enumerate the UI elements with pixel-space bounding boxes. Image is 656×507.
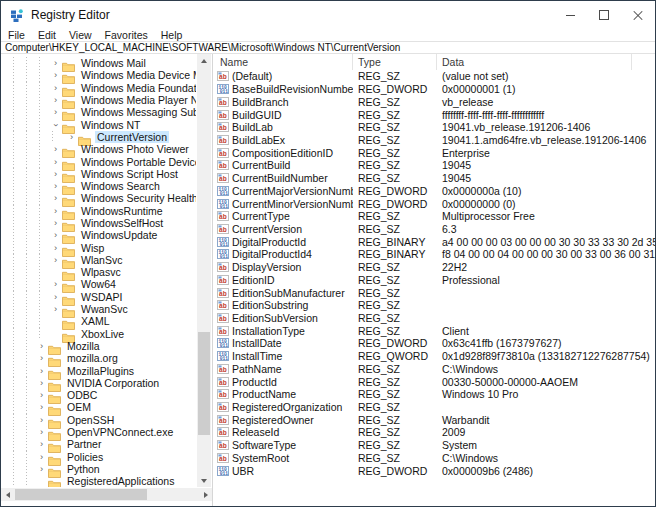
maximize-button[interactable] — [587, 1, 621, 29]
value-row-compositioneditionid[interactable]: abCompositionEditionIDREG_SZEnterprise — [213, 146, 655, 159]
tree-item-openssh[interactable]: ›OpenSSH — [1, 414, 196, 426]
chevron-right-icon[interactable]: › — [49, 279, 62, 289]
chevron-right-icon[interactable]: › — [35, 415, 48, 425]
value-row-currentmajorversionnumber[interactable]: 110011CurrentMajorVersionNumberREG_DWORD… — [213, 184, 655, 197]
chevron-right-icon[interactable]: › — [49, 218, 62, 228]
chevron-right-icon[interactable]: › — [35, 439, 48, 449]
tree-item-windows-media-player-nss[interactable]: ›Windows Media Player NSS — [1, 94, 196, 106]
tree-item-odbc[interactable]: ›ODBC — [1, 389, 196, 401]
chevron-right-icon[interactable]: › — [35, 353, 48, 363]
chevron-right-icon[interactable]: › — [49, 304, 62, 314]
value-row-productid[interactable]: abProductIdREG_SZ00330-50000-00000-AAOEM — [213, 375, 655, 388]
column-header-type[interactable]: Type — [353, 54, 437, 70]
tree-item-policies[interactable]: ›Policies — [1, 451, 196, 463]
vertical-scroll-thumb[interactable] — [198, 332, 210, 435]
tree-item-nvidia-corporation[interactable]: ›NVIDIA Corporation — [1, 377, 196, 389]
address-input[interactable] — [1, 42, 655, 53]
value-row-editionsubversion[interactable]: abEditionSubVersionREG_SZ — [213, 312, 655, 325]
chevron-right-icon[interactable]: › — [49, 255, 62, 265]
value-row-ubr[interactable]: 110011UBRREG_DWORD0x000009b6 (2486) — [213, 464, 655, 477]
scroll-left-button[interactable] — [1, 488, 14, 501]
value-row-currentbuildnumber[interactable]: abCurrentBuildNumberREG_SZ19045 — [213, 172, 655, 185]
value-row-currenttype[interactable]: abCurrentTypeREG_SZMultiprocessor Free — [213, 210, 655, 223]
chevron-right-icon[interactable]: › — [35, 378, 48, 388]
tree-item-windows-nt[interactable]: ›Windows NT — [1, 118, 196, 130]
value-row-displayversion[interactable]: abDisplayVersionREG_SZ22H2 — [213, 261, 655, 274]
tree-item-windows-mail[interactable]: ›Windows Mail — [1, 57, 196, 69]
value-row-registeredorganization[interactable]: abRegisteredOrganizationREG_SZ — [213, 401, 655, 414]
chevron-right-icon[interactable]: › — [35, 452, 48, 462]
tree-item-windows-media-foundation[interactable]: ›Windows Media Foundation — [1, 82, 196, 94]
chevron-right-icon[interactable]: › — [49, 70, 62, 80]
chevron-down-icon[interactable]: › — [51, 118, 61, 131]
chevron-right-icon[interactable]: › — [49, 169, 62, 179]
tree-item-mozilla-org[interactable]: ›mozilla.org — [1, 352, 196, 364]
tree-item-wow64[interactable]: ›Wow64 — [1, 278, 196, 290]
value-row-editionsubmanufacturer[interactable]: abEditionSubManufacturerREG_SZ — [213, 286, 655, 299]
tree-item-windows-script-host[interactable]: ›Windows Script Host — [1, 168, 196, 180]
tree-item-wlansvc[interactable]: ›WlanSvc — [1, 254, 196, 266]
tree-item-partner[interactable]: ›Partner — [1, 438, 196, 450]
tree-item-wisp[interactable]: ›Wisp — [1, 241, 196, 253]
tree-item-currentversion[interactable]: ›CurrentVersion — [1, 131, 196, 143]
tree-item-wlpasvc[interactable]: ›Wlpasvc — [1, 266, 196, 278]
chevron-right-icon[interactable]: › — [49, 144, 62, 154]
minimize-button[interactable] — [553, 1, 587, 29]
value-row-currentminorversionnumber[interactable]: 110011CurrentMinorVersionNumberREG_DWORD… — [213, 197, 655, 210]
tree-vertical-scrollbar[interactable] — [197, 54, 211, 487]
tree-item-xaml[interactable]: ›XAML — [1, 315, 196, 327]
value-row-currentbuild[interactable]: abCurrentBuildREG_SZ19045 — [213, 159, 655, 172]
value-row-productname[interactable]: abProductNameREG_SZWindows 10 Pro — [213, 388, 655, 401]
tree-item-registeredapplications[interactable]: ›RegisteredApplications — [1, 475, 196, 487]
menu-edit[interactable]: Edit — [38, 29, 56, 41]
tree-item-mozillaplugins[interactable]: ›MozillaPlugins — [1, 364, 196, 376]
tree-item-xboxlive[interactable]: ›XboxLive — [1, 328, 196, 340]
chevron-right-icon[interactable]: › — [35, 366, 48, 376]
tree-item-windows-security-health[interactable]: ›Windows Security Health — [1, 192, 196, 204]
chevron-right-icon[interactable]: › — [49, 206, 62, 216]
tree-item-wwansvc[interactable]: ›WwanSvc — [1, 303, 196, 315]
value-row-installtime[interactable]: 110011InstallTimeREG_QWORD0x1d928f89f738… — [213, 350, 655, 363]
chevron-right-icon[interactable]: › — [49, 193, 62, 203]
value-row-installdate[interactable]: 110011InstallDateREG_DWORD0x63c41ffb (16… — [213, 337, 655, 350]
tree-item-windows-portable-devices[interactable]: ›Windows Portable Devices — [1, 155, 196, 167]
chevron-right-icon[interactable]: › — [49, 157, 62, 167]
chevron-right-icon[interactable]: › — [49, 58, 62, 68]
tree-horizontal-scrollbar[interactable] — [1, 488, 212, 501]
tree-item-wsdapi[interactable]: ›WSDAPI — [1, 291, 196, 303]
menu-file[interactable]: File — [8, 29, 25, 41]
value-row-pathname[interactable]: abPathNameREG_SZC:\Windows — [213, 363, 655, 376]
chevron-right-icon[interactable]: › — [49, 95, 62, 105]
tree-item-windows-photo-viewer[interactable]: ›Windows Photo Viewer — [1, 143, 196, 155]
value-row-buildbranch[interactable]: abBuildBranchREG_SZvb_release — [213, 95, 655, 108]
chevron-right-icon[interactable]: › — [35, 390, 48, 400]
value-row-systemroot[interactable]: abSystemRootREG_SZC:\Windows — [213, 452, 655, 465]
chevron-right-icon[interactable]: › — [49, 243, 62, 253]
close-button[interactable] — [621, 1, 655, 29]
column-header-data[interactable]: Data — [437, 54, 632, 70]
chevron-right-icon[interactable]: › — [49, 83, 62, 93]
chevron-right-icon[interactable]: › — [35, 464, 48, 474]
tree-item-windowsupdate[interactable]: ›WindowsUpdate — [1, 229, 196, 241]
menu-help[interactable]: Help — [161, 29, 183, 41]
value-row-releaseid[interactable]: abReleaseIdREG_SZ2009 — [213, 426, 655, 439]
value-row-editionid[interactable]: abEditionIDREG_SZProfessional — [213, 274, 655, 287]
value-row-buildlab[interactable]: abBuildLabREG_SZ19041.vb_release.191206-… — [213, 121, 655, 134]
tree-item-windowsruntime[interactable]: ›WindowsRuntime — [1, 205, 196, 217]
tree-item-python[interactable]: ›Python — [1, 463, 196, 475]
tree-item-oem[interactable]: ›OEM — [1, 401, 196, 413]
horizontal-scroll-thumb[interactable] — [15, 489, 147, 500]
menu-favorites[interactable]: Favorites — [105, 29, 148, 41]
chevron-right-icon[interactable]: › — [49, 107, 62, 117]
column-header-name[interactable]: Name — [213, 54, 353, 70]
tree-item-windows-media-device-manager[interactable]: ›Windows Media Device Manager — [1, 69, 196, 81]
chevron-right-icon[interactable]: › — [35, 341, 48, 351]
value-row-editionsubstring[interactable]: abEditionSubstringREG_SZ — [213, 299, 655, 312]
value-row-basebuildrevisionnumber[interactable]: 110011BaseBuildRevisionNumberREG_DWORD0x… — [213, 83, 655, 96]
scroll-down-button[interactable] — [197, 474, 211, 487]
chevron-right-icon[interactable]: › — [49, 292, 62, 302]
chevron-right-icon[interactable]: › — [35, 402, 48, 412]
value-row-softwaretype[interactable]: abSoftwareTypeREG_SZSystem — [213, 439, 655, 452]
chevron-right-icon[interactable]: › — [65, 132, 78, 142]
tree-item-windowsselfhost[interactable]: ›WindowsSelfHost — [1, 217, 196, 229]
